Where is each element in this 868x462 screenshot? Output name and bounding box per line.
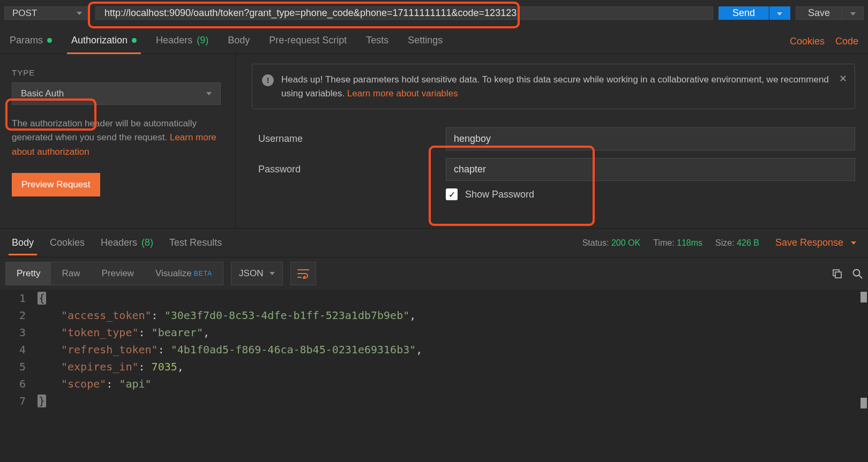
svg-line-3 [859, 275, 862, 278]
tab-headers[interactable]: Headers (9) [156, 29, 208, 54]
view-mode-visualize[interactable]: VisualizeBETA [145, 262, 223, 285]
code-line: 6"scope": "api" [0, 375, 868, 392]
chevron-down-icon [206, 92, 212, 95]
chevron-down-icon [77, 12, 82, 15]
preview-request-button[interactable]: Preview Request [12, 173, 100, 196]
username-input[interactable] [446, 127, 855, 150]
tab-body[interactable]: Body [228, 29, 250, 54]
scrollbar-thumb[interactable] [860, 398, 867, 408]
auth-type-value: Basic Auth [21, 88, 64, 99]
wrap-lines-button[interactable] [290, 262, 316, 285]
beta-badge: BETA [194, 270, 212, 277]
auth-type-heading: TYPE [12, 68, 223, 77]
line-number: 1 [0, 290, 38, 307]
response-bar: Body Cookies Headers (8) Test Results St… [0, 229, 868, 257]
line-number: 2 [0, 307, 38, 324]
http-method-value: POST [12, 8, 37, 19]
response-format-select[interactable]: JSON [231, 262, 283, 285]
status-value: 200 OK [611, 238, 640, 247]
request-url-input[interactable] [103, 7, 705, 19]
time-label: Time: [653, 238, 674, 247]
show-password-label: Show Password [465, 189, 534, 200]
tab-prerequest[interactable]: Pre-request Script [269, 29, 347, 54]
authorization-panel: TYPE Basic Auth The authorization header… [0, 54, 868, 229]
tab-label: Cookies [50, 237, 85, 248]
credentials-grid: Username Password ✓ Show Password [252, 127, 855, 200]
password-input[interactable] [446, 158, 855, 181]
view-mode-raw[interactable]: Raw [51, 262, 91, 285]
request-bar: POST Send Save [0, 0, 868, 24]
response-tab-testresults[interactable]: Test Results [169, 231, 222, 255]
request-tabs: Params Authorization Headers (9) Body Pr… [0, 24, 868, 54]
tab-label: Settings [408, 35, 443, 46]
tab-label: Pre-request Script [269, 35, 347, 46]
tab-count: (8) [141, 237, 153, 248]
cookies-link[interactable]: Cookies [790, 36, 825, 47]
tab-label: Headers [156, 35, 192, 46]
tab-label: Authorization [71, 35, 128, 46]
tab-authorization[interactable]: Authorization [71, 29, 137, 54]
http-method-select[interactable]: POST [4, 6, 90, 20]
save-dropdown-button[interactable] [842, 6, 864, 20]
search-icon[interactable] [852, 268, 863, 279]
response-body-viewer[interactable]: 1{2"access_token": "30e3f7d0-8c53-4dfe-b… [0, 290, 868, 462]
show-password-checkbox[interactable]: ✓ [446, 188, 458, 200]
tab-count: (9) [197, 35, 208, 46]
chevron-down-icon [777, 12, 782, 16]
line-number: 3 [0, 324, 38, 341]
size-label: Size: [715, 238, 735, 247]
svg-point-2 [854, 270, 860, 276]
status-label: Status: [582, 238, 609, 247]
warning-icon: ! [262, 74, 274, 86]
code-line: 7} [0, 392, 868, 410]
sensitive-data-alert: ! Heads up! These parameters hold sensit… [252, 64, 855, 109]
code-link[interactable]: Code [835, 36, 858, 47]
auth-type-select[interactable]: Basic Auth [12, 82, 221, 105]
save-button[interactable]: Save [796, 6, 842, 20]
auth-description: The authorization header will be automat… [12, 117, 223, 159]
tab-tests[interactable]: Tests [366, 29, 388, 54]
size-value: 426 B [737, 238, 759, 247]
response-tab-headers[interactable]: Headers (8) [101, 231, 153, 255]
line-number: 5 [0, 358, 38, 375]
tab-label: Params [10, 35, 43, 46]
format-value: JSON [239, 268, 263, 279]
line-number: 7 [0, 392, 38, 410]
chevron-down-icon [270, 272, 275, 275]
view-mode-pretty[interactable]: Pretty [6, 262, 51, 285]
chevron-down-icon [850, 12, 856, 16]
tab-label: Tests [366, 35, 388, 46]
copy-icon[interactable] [832, 268, 842, 279]
response-tab-body[interactable]: Body [12, 231, 34, 255]
learn-more-variables-link[interactable]: Learn more about variables [347, 88, 458, 99]
status-dot-icon [132, 38, 137, 43]
code-line: 2"access_token": "30e3f7d0-8c53-4dfe-b1f… [0, 307, 868, 324]
response-tab-cookies[interactable]: Cookies [50, 231, 85, 255]
send-dropdown-button[interactable] [769, 6, 790, 20]
code-line: 1{ [0, 290, 868, 307]
username-label: Username [258, 133, 446, 145]
response-viewer-toolbar: Pretty Raw Preview VisualizeBETA JSON [0, 257, 868, 290]
tab-label: Test Results [169, 237, 222, 248]
tab-label: Headers [101, 237, 137, 248]
view-mode-preview[interactable]: Preview [91, 262, 144, 285]
code-line: 3"token_type": "bearer", [0, 324, 868, 341]
view-mode-segment: Pretty Raw Preview VisualizeBETA [5, 262, 223, 285]
url-field-wrap[interactable] [95, 6, 713, 20]
tab-label: Body [228, 35, 250, 46]
status-dot-icon [47, 38, 52, 43]
send-button[interactable]: Send [719, 6, 769, 20]
scrollbar-thumb[interactable] [860, 292, 867, 302]
svg-rect-1 [835, 272, 841, 278]
line-number: 4 [0, 341, 38, 358]
close-icon[interactable]: ✕ [839, 72, 847, 86]
tab-params[interactable]: Params [10, 29, 52, 54]
line-number: 6 [0, 375, 38, 392]
wrap-icon [297, 268, 310, 279]
save-response-button[interactable]: Save Response [775, 237, 843, 248]
tab-label: Body [12, 237, 34, 248]
time-value: 118ms [677, 238, 702, 247]
chevron-down-icon [851, 241, 856, 245]
code-line: 4"refresh_token": "4b1f0ad5-f869-46ca-8b… [0, 341, 868, 358]
tab-settings[interactable]: Settings [408, 29, 443, 54]
